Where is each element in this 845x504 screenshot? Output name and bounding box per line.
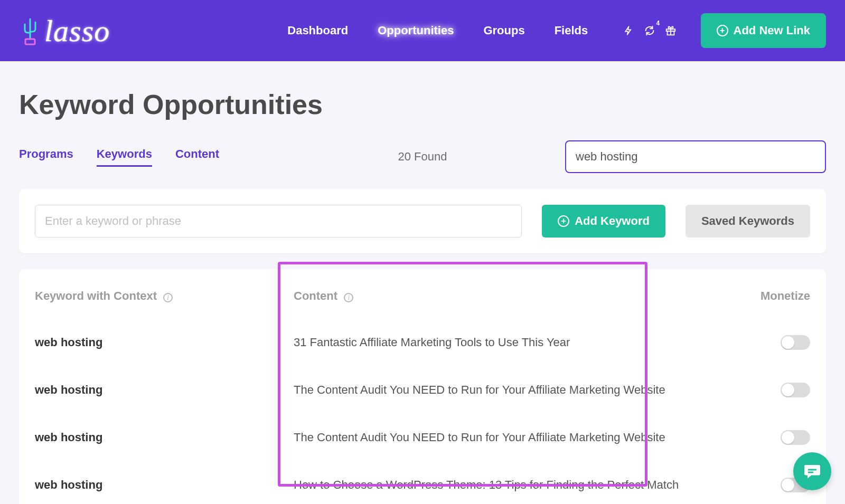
sync-badge: 4 [656,20,660,27]
content-cell[interactable]: The Content Audit You NEED to Run for Yo… [294,383,741,397]
chat-icon [803,462,822,481]
keyword-cell: web hosting [35,478,294,492]
plus-circle-icon: + [717,25,728,36]
col-header-content: Content i [294,289,741,303]
gift-icon[interactable] [665,25,677,36]
table-header-row: Keyword with Context i Content i Monetiz… [35,285,810,319]
keyword-cell: web hosting [35,431,294,444]
results-count: 20 Found [398,150,447,164]
subnav-keywords[interactable]: Keywords [97,147,152,167]
svg-rect-3 [808,469,817,471]
add-new-link-button[interactable]: + Add New Link [701,13,826,48]
keyword-cell: web hosting [35,336,294,349]
subnav: Programs Keywords Content [19,147,219,167]
subnav-programs[interactable]: Programs [19,147,73,167]
nav-opportunities[interactable]: Opportunities [374,22,457,40]
subnav-content[interactable]: Content [175,147,219,167]
keyword-input[interactable] [35,205,522,237]
col-header-monetize: Monetize [741,289,810,303]
table-row: web hosting The Content Audit You NEED t… [35,366,810,414]
search-input[interactable] [565,140,826,173]
col-header-content-label: Content [294,289,337,302]
monetize-toggle[interactable] [781,430,810,445]
keyword-cell: web hosting [35,383,294,397]
header-icon-group: 4 [623,25,677,36]
brand-logo[interactable]: lasso [19,13,110,49]
saved-keywords-button[interactable]: Saved Keywords [686,205,810,237]
content-cell[interactable]: How to Choose a WordPress Theme: 13 Tips… [294,478,741,492]
plus-circle-icon: + [558,215,569,227]
content-cell[interactable]: 31 Fantastic Affiliate Marketing Tools t… [294,336,741,349]
monetize-toggle[interactable] [781,383,810,397]
sync-icon[interactable]: 4 [644,25,655,36]
info-icon[interactable]: i [163,293,173,302]
nav-dashboard[interactable]: Dashboard [284,22,351,40]
content-cell[interactable]: The Content Audit You NEED to Run for Yo… [294,431,741,444]
info-icon[interactable]: i [344,293,353,302]
app-header: lasso Dashboard Opportunities Groups Fie… [0,0,845,61]
col-header-keyword-label: Keyword with Context [35,289,157,302]
nav-groups[interactable]: Groups [480,22,528,40]
main-nav: Dashboard Opportunities Groups Fields [284,22,591,40]
add-keyword-label: Add Keyword [575,214,650,228]
cactus-icon [19,15,41,46]
chat-launcher[interactable] [793,452,831,490]
keyword-form-card: + Add Keyword Saved Keywords [19,189,826,253]
add-link-label: Add New Link [734,24,810,37]
brand-name: lasso [44,13,110,49]
table-row: web hosting 31 Fantastic Affiliate Marke… [35,319,810,366]
bolt-icon[interactable] [623,25,634,36]
results-table-card: Keyword with Context i Content i Monetiz… [19,269,826,504]
col-header-keyword: Keyword with Context i [35,289,294,303]
table-row: web hosting How to Choose a WordPress Th… [35,461,810,504]
svg-rect-0 [25,39,35,44]
svg-rect-4 [808,471,814,473]
nav-fields[interactable]: Fields [551,22,592,40]
monetize-toggle[interactable] [781,335,810,350]
page-title: Keyword Opportunities [0,61,845,120]
table-row: web hosting The Content Audit You NEED t… [35,414,810,461]
add-keyword-button[interactable]: + Add Keyword [542,205,665,237]
subnav-bar: Programs Keywords Content 20 Found [0,120,845,173]
